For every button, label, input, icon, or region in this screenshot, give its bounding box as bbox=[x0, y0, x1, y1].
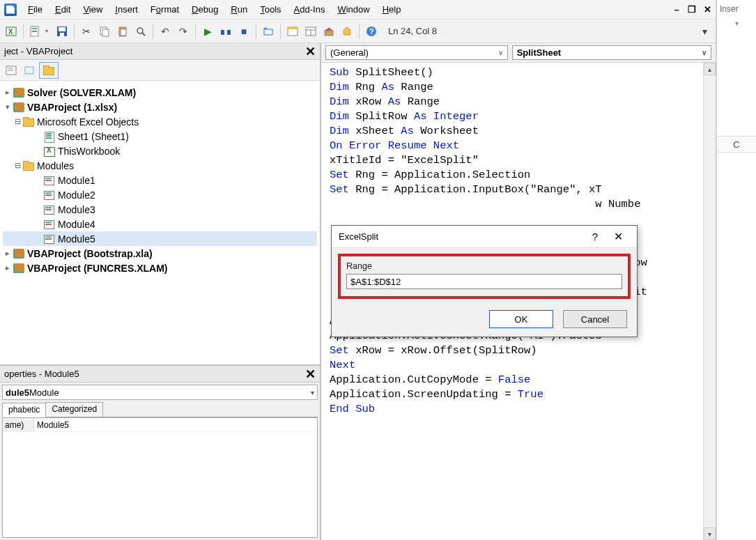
project-tree[interactable]: ▸Solver (SOLVER.XLAM) ▾VBAProject (1.xls… bbox=[0, 81, 320, 364]
properties-panel: operties - Module5 ✕ dule5 Module ▾ phab… bbox=[0, 364, 320, 540]
toolbox-icon[interactable] bbox=[339, 23, 355, 40]
tree-node-sheet1[interactable]: Sheet1 (Sheet1) bbox=[3, 129, 317, 144]
ribbon-tab-insert[interactable]: Inser bbox=[717, 0, 756, 18]
menu-format[interactable]: Format bbox=[145, 1, 185, 17]
svg-rect-14 bbox=[264, 29, 272, 35]
tree-node-bootstrap[interactable]: ▸VBAProject (Bootstrap.xla) bbox=[3, 246, 317, 261]
insert-dropdown-icon[interactable]: ▾ bbox=[45, 28, 52, 34]
svg-rect-9 bbox=[102, 29, 109, 36]
menu-file[interactable]: File bbox=[22, 1, 48, 17]
tab-alphabetic[interactable]: phabetic bbox=[2, 403, 46, 417]
vertical-scrollbar[interactable]: ▴ ▾ bbox=[703, 63, 716, 540]
tree-node-modules[interactable]: ⊟Modules bbox=[3, 158, 317, 173]
chevron-down-icon: ▾ bbox=[311, 389, 314, 396]
menu-tools[interactable]: Tools bbox=[254, 1, 286, 17]
tree-node-funcres[interactable]: ▸VBAProject (FUNCRES.XLAM) bbox=[3, 261, 317, 275]
menu-view[interactable]: View bbox=[77, 1, 108, 17]
save-icon[interactable] bbox=[54, 23, 70, 40]
svg-point-12 bbox=[137, 28, 143, 33]
excel-window-strip: Inser ▾ C bbox=[716, 0, 756, 540]
run-icon[interactable]: ▶ bbox=[199, 23, 216, 40]
undo-icon[interactable]: ↶ bbox=[157, 23, 173, 40]
object-combo[interactable]: (General)∨ bbox=[325, 45, 508, 60]
project-explorer-title: ject - VBAProject ✕ bbox=[0, 43, 320, 60]
menu-addins[interactable]: Add-Ins bbox=[288, 1, 331, 17]
dialog-titlebar[interactable]: ExcelSplit ? ✕ bbox=[332, 226, 637, 248]
scroll-down-icon[interactable]: ▾ bbox=[704, 527, 716, 540]
cancel-button[interactable]: Cancel bbox=[563, 310, 627, 328]
svg-rect-7 bbox=[60, 33, 64, 36]
svg-rect-26 bbox=[25, 67, 33, 74]
find-icon[interactable] bbox=[132, 23, 149, 40]
project-explorer-toolbar bbox=[0, 60, 320, 81]
property-name-value[interactable]: Module5 bbox=[34, 418, 69, 431]
tree-node-module2[interactable]: Module2 bbox=[3, 187, 317, 202]
svg-rect-6 bbox=[59, 27, 65, 31]
properties-close-icon[interactable]: ✕ bbox=[305, 367, 316, 382]
tree-node-module1[interactable]: Module1 bbox=[3, 173, 317, 187]
break-icon[interactable]: ∎∎ bbox=[217, 23, 234, 40]
minimize-button[interactable]: – bbox=[671, 4, 682, 15]
svg-rect-20 bbox=[325, 31, 333, 36]
standard-toolbar: X ▾ ✂ ↶ ↷ ▶ ∎∎ ■ ? Ln 24, Col 8 ▾ bbox=[0, 20, 716, 43]
cut-icon[interactable]: ✂ bbox=[78, 23, 95, 40]
app-icon bbox=[4, 3, 17, 16]
property-row-name[interactable]: ame) Module5 bbox=[3, 418, 317, 432]
reset-icon[interactable]: ■ bbox=[236, 23, 252, 40]
menu-help[interactable]: Help bbox=[377, 1, 407, 17]
dialog-help-icon[interactable]: ? bbox=[584, 231, 606, 242]
svg-rect-4 bbox=[32, 31, 37, 32]
scroll-up-icon[interactable]: ▴ bbox=[704, 63, 716, 75]
toggle-folders-icon[interactable] bbox=[39, 62, 59, 79]
close-button[interactable]: ✕ bbox=[702, 4, 713, 15]
tree-node-module5[interactable]: Module5 bbox=[3, 231, 317, 246]
cursor-position: Ln 24, Col 8 bbox=[388, 26, 437, 36]
project-explorer-close-icon[interactable]: ✕ bbox=[305, 44, 316, 59]
menu-edit[interactable]: Edit bbox=[49, 1, 76, 17]
tree-node-thisworkbook[interactable]: ThisWorkbook bbox=[3, 144, 317, 158]
help-icon[interactable]: ? bbox=[363, 23, 380, 40]
menu-insert[interactable]: Insert bbox=[109, 1, 144, 17]
view-excel-icon[interactable]: X bbox=[3, 23, 20, 40]
restore-button[interactable]: ❐ bbox=[686, 4, 697, 15]
menu-debug[interactable]: Debug bbox=[186, 1, 224, 17]
chevron-down-icon: ∨ bbox=[702, 49, 707, 56]
svg-rect-16 bbox=[288, 27, 298, 29]
tree-node-module4[interactable]: Module4 bbox=[3, 217, 317, 231]
tree-node-vbaproject[interactable]: ▾VBAProject (1.xlsx) bbox=[3, 100, 317, 114]
view-object-icon[interactable] bbox=[21, 62, 38, 79]
properties-grid[interactable]: ame) Module5 bbox=[2, 417, 318, 538]
insert-module-icon[interactable] bbox=[27, 23, 44, 40]
tree-node-solver[interactable]: ▸Solver (SOLVER.XLAM) bbox=[3, 85, 317, 100]
properties-window-icon[interactable] bbox=[302, 23, 319, 40]
redo-icon[interactable]: ↷ bbox=[175, 23, 192, 40]
svg-rect-3 bbox=[32, 28, 37, 29]
chevron-down-icon[interactable]: ▾ bbox=[735, 20, 739, 27]
property-name-label: ame) bbox=[3, 418, 34, 431]
copy-icon[interactable] bbox=[96, 23, 113, 40]
properties-object-combo[interactable]: dule5 Module ▾ bbox=[2, 385, 318, 400]
range-input[interactable] bbox=[346, 274, 622, 289]
column-header-c[interactable]: C bbox=[717, 136, 756, 153]
menu-bar: File Edit View Insert Format Debug Run T… bbox=[0, 0, 716, 20]
menu-window[interactable]: Window bbox=[332, 1, 375, 17]
properties-title-text: operties - Module5 bbox=[4, 369, 79, 379]
dialog-title: ExcelSplit bbox=[339, 231, 378, 242]
chevron-down-icon: ∨ bbox=[498, 49, 503, 56]
menu-run[interactable]: Run bbox=[225, 1, 253, 17]
dialog-close-icon[interactable]: ✕ bbox=[606, 230, 630, 243]
project-explorer-icon[interactable] bbox=[284, 23, 301, 40]
inputbox-dialog: ExcelSplit ? ✕ Range OK Cancel bbox=[331, 225, 638, 337]
procedure-combo[interactable]: SplitSheet∨ bbox=[512, 45, 711, 60]
ok-button[interactable]: OK bbox=[489, 310, 553, 328]
object-browser-icon[interactable] bbox=[321, 23, 337, 40]
tree-node-module3[interactable]: Module3 bbox=[3, 202, 317, 217]
toolbar-options-icon[interactable]: ▾ bbox=[696, 23, 713, 40]
svg-rect-11 bbox=[121, 29, 126, 36]
tab-categorized[interactable]: Categorized bbox=[45, 402, 103, 417]
design-mode-icon[interactable] bbox=[260, 23, 277, 40]
paste-icon[interactable] bbox=[114, 23, 131, 40]
dialog-highlight-frame: Range bbox=[338, 254, 631, 299]
view-code-icon[interactable] bbox=[3, 62, 20, 79]
tree-node-excel-objects[interactable]: ⊟Microsoft Excel Objects bbox=[3, 114, 317, 129]
